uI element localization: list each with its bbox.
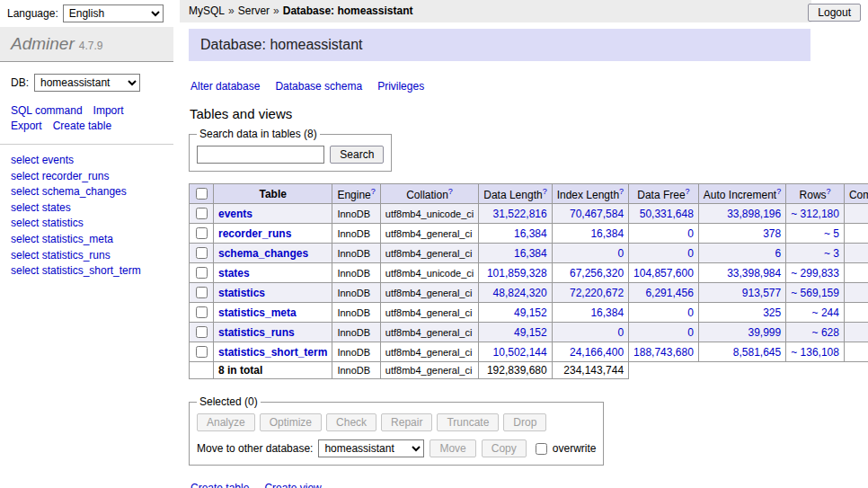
row-select-checkbox[interactable]	[196, 267, 208, 279]
index-length-link[interactable]: 67,256,320	[570, 267, 624, 279]
index-length-link[interactable]: 0	[617, 247, 624, 260]
rows-count-link[interactable]: ~ 136,108	[791, 346, 839, 359]
data-length-link[interactable]: 48,824,320	[493, 287, 547, 299]
sidebar-link[interactable]: Create table	[53, 120, 111, 132]
data-length-link[interactable]: 49,152	[514, 306, 547, 319]
create-link[interactable]: Create view	[264, 482, 321, 488]
data-free-link[interactable]: 0	[687, 306, 694, 319]
table-name-link[interactable]: statistics_runs	[218, 326, 295, 339]
row-select-checkbox[interactable]	[196, 346, 208, 358]
breadcrumb-link-server[interactable]: Server	[238, 4, 270, 17]
data-length-link[interactable]: 31,522,816	[493, 208, 547, 220]
index-length-link[interactable]: 70,467,584	[570, 208, 624, 220]
sidebar-link[interactable]: Import	[93, 104, 124, 117]
table-row: events InnoDB utf8mb4_unicode_ci 31,522,…	[190, 204, 868, 224]
index-length-link[interactable]: 0	[617, 326, 624, 339]
data-length-cell: 48,824,320	[479, 283, 552, 303]
table-name-link[interactable]: recorder_runs	[218, 227, 291, 240]
sidebar-link[interactable]: SQL command	[11, 104, 83, 117]
index-length-link[interactable]: 24,166,400	[570, 346, 624, 359]
help-data-free-link[interactable]: ?	[686, 187, 690, 196]
data-free-link[interactable]: 188,743,680	[633, 346, 694, 359]
sidebar-table-link[interactable]: select schema_changes	[11, 184, 163, 200]
data-free-link[interactable]: 0	[687, 247, 694, 260]
row-select-checkbox[interactable]	[196, 247, 208, 259]
data-free-link[interactable]: 0	[687, 227, 694, 240]
table-name-link[interactable]: statistics_short_term	[218, 346, 327, 359]
rows-count-link[interactable]: ~ 244	[812, 306, 839, 319]
move-db-select[interactable]: homeassistant	[318, 439, 424, 457]
help-rows-link[interactable]: ?	[827, 187, 831, 196]
sidebar-table-link[interactable]: select statistics_meta	[11, 232, 163, 248]
selected-action-button[interactable]: Check	[326, 413, 376, 431]
selected-action-button[interactable]: Analyze	[197, 413, 255, 431]
rows-count-link[interactable]: ~ 5	[824, 227, 839, 240]
language-select[interactable]: English	[63, 4, 164, 22]
data-free-link[interactable]: 0	[687, 326, 694, 339]
selected-action-button[interactable]: Truncate	[437, 413, 499, 431]
breadcrumb-link-mysql[interactable]: MySQL	[189, 4, 225, 17]
rows-count-link[interactable]: ~ 569,159	[791, 287, 839, 299]
data-length-link[interactable]: 49,152	[514, 326, 547, 339]
db-action-link[interactable]: Privileges	[377, 80, 424, 93]
data-free-link[interactable]: 50,331,648	[640, 208, 694, 220]
row-select-checkbox[interactable]	[196, 287, 208, 298]
logout-button[interactable]: Logout	[808, 4, 861, 22]
data-length-link[interactable]: 16,384	[514, 247, 547, 260]
row-select-checkbox[interactable]	[196, 306, 208, 318]
help-data-length-link[interactable]: ?	[543, 187, 547, 196]
selected-action-button[interactable]: Drop	[503, 413, 546, 431]
sidebar-table-link[interactable]: select recorder_runs	[11, 169, 163, 185]
row-select-checkbox[interactable]	[196, 208, 208, 219]
copy-button[interactable]: Copy	[482, 439, 527, 457]
row-select-checkbox[interactable]	[196, 227, 208, 239]
table-name-link[interactable]: statistics	[218, 287, 265, 299]
auto-increment-value: 325	[763, 306, 781, 319]
sidebar-table-link[interactable]: select events	[11, 153, 163, 169]
sidebar-table-link[interactable]: select statistics_runs	[11, 248, 163, 264]
sort-table-link[interactable]: Table	[259, 188, 286, 200]
sidebar-link[interactable]: Export	[11, 120, 42, 132]
row-select-checkbox[interactable]	[196, 326, 208, 338]
index-length-link[interactable]: 16,384	[590, 306, 624, 319]
rows-count-link[interactable]: ~ 312,180	[791, 208, 839, 220]
sidebar-table-link[interactable]: select statistics	[11, 216, 163, 232]
db-select[interactable]: homeassistant	[34, 74, 140, 92]
select-all-checkbox[interactable]	[196, 188, 208, 200]
data-length-link[interactable]: 10,502,144	[493, 346, 547, 359]
search-button[interactable]: Search	[330, 146, 384, 164]
selected-actions: AnalyzeOptimizeCheckRepairTruncateDrop	[197, 413, 596, 431]
table-name-link[interactable]: statistics_meta	[218, 306, 297, 319]
data-length-link[interactable]: 101,859,328	[487, 267, 547, 279]
index-length-link[interactable]: 72,220,672	[570, 287, 624, 299]
help-index-length-link[interactable]: ?	[619, 187, 624, 196]
index-length-link[interactable]: 16,384	[590, 227, 624, 240]
rows-count-link[interactable]: ~ 299,833	[791, 267, 839, 279]
selected-action-button[interactable]: Optimize	[260, 413, 322, 431]
move-button[interactable]: Move	[430, 439, 475, 457]
rows-count-link[interactable]: ~ 628	[812, 326, 839, 339]
create-link[interactable]: Create table	[190, 482, 249, 488]
table-name-cell: schema_changes	[214, 244, 332, 263]
row-check-cell	[190, 224, 214, 244]
index-length-cell: 70,467,584	[552, 204, 628, 224]
sidebar-table-link[interactable]: select statistics_short_term	[11, 263, 163, 279]
selected-action-button[interactable]: Repair	[381, 413, 432, 431]
db-action-link[interactable]: Database schema	[275, 80, 362, 93]
db-action-link[interactable]: Alter database	[190, 80, 260, 93]
data-free-link[interactable]: 6,291,456	[645, 287, 693, 299]
help-auto-increment-link[interactable]: ?	[776, 187, 781, 196]
rows-count-link[interactable]: ~ 3	[824, 247, 839, 260]
help-engine-link[interactable]: ?	[371, 187, 376, 196]
sidebar-table-links: select eventsselect recorder_runsselect …	[0, 145, 173, 288]
data-length-link[interactable]: 16,384	[514, 227, 547, 240]
data-free-link[interactable]: 104,857,600	[633, 267, 694, 279]
sidebar-table-link[interactable]: select states	[11, 200, 163, 217]
search-input[interactable]	[197, 146, 324, 164]
help-collation-link[interactable]: ?	[448, 187, 453, 196]
table-name-link[interactable]: schema_changes	[218, 247, 308, 260]
table-name-link[interactable]: events	[218, 208, 252, 220]
data-length-cell: 16,384	[479, 224, 552, 244]
overwrite-checkbox[interactable]	[536, 443, 547, 455]
table-name-link[interactable]: states	[218, 267, 250, 279]
